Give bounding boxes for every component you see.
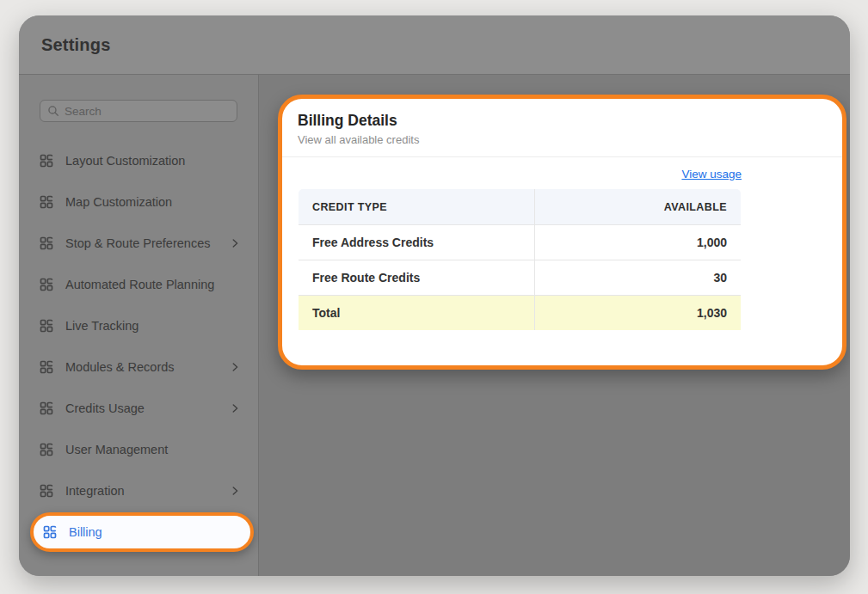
sidebar-item-user-management[interactable]: User Management [19, 429, 258, 470]
sidebar-item-layout-customization[interactable]: Layout Customization [19, 140, 258, 181]
available-cell: 30 [535, 260, 742, 296]
sidebar-item-label: Stop & Route Preferences [65, 236, 210, 250]
sidebar-item-label: Integration [65, 484, 125, 498]
sidebar-item-billing[interactable]: Billing [30, 512, 254, 552]
sidebar-item-credits-usage[interactable]: Credits Usage [19, 388, 258, 429]
sidebar-item-automated-route-planning[interactable]: Automated Route Planning [19, 264, 258, 305]
sidebar-item-label: Live Tracking [65, 319, 139, 333]
credit-type-cell: Free Address Credits [299, 225, 535, 260]
table-row: Free Route Credits 30 [299, 260, 742, 296]
sidebar-item-stop-route-preferences[interactable]: Stop & Route Preferences [19, 223, 258, 264]
available-cell: 1,000 [535, 225, 742, 260]
billing-details-title: Billing Details [298, 112, 825, 130]
grid-icon [40, 195, 53, 209]
available-header: AVAILABLE [535, 189, 742, 225]
table-row: Free Address Credits 1,000 [299, 225, 742, 260]
grid-icon [43, 525, 57, 539]
sidebar-item-live-tracking[interactable]: Live Tracking [19, 305, 258, 346]
sidebar-item-label: Map Customization [65, 195, 172, 209]
table-total-row: Total 1,030 [299, 296, 742, 331]
sidebar-item-modules-records[interactable]: Modules & Records [19, 346, 258, 388]
sidebar-item-label: User Management [65, 443, 168, 456]
chevron-right-icon [229, 485, 241, 497]
sidebar-item-map-customization[interactable]: Map Customization [19, 181, 258, 223]
sidebar-search[interactable] [40, 100, 237, 122]
chevron-right-icon [229, 361, 241, 373]
grid-icon [40, 401, 53, 415]
grid-icon [40, 236, 53, 250]
credit-type-cell: Free Route Credits [299, 260, 535, 296]
settings-header: Settings [19, 15, 850, 75]
search-input[interactable] [65, 105, 230, 118]
credit-type-header: CREDIT TYPE [299, 189, 535, 225]
sidebar-item-label: Modules & Records [65, 360, 175, 374]
settings-window: Settings Layout Customization Map Custom… [19, 15, 850, 576]
total-value-cell: 1,030 [535, 296, 742, 331]
grid-icon [40, 484, 53, 498]
total-label-cell: Total [299, 296, 535, 331]
billing-details-panel: Billing Details View all available credi… [278, 95, 846, 370]
settings-sidebar: Layout Customization Map Customization S… [19, 75, 259, 576]
search-icon [47, 105, 59, 117]
sidebar-nav: Layout Customization Map Customization S… [19, 140, 258, 552]
sidebar-item-integration[interactable]: Integration [19, 470, 258, 511]
sidebar-item-label: Billing [69, 525, 102, 539]
grid-icon [40, 443, 53, 456]
settings-main-area: Billing Details View all available credi… [259, 75, 850, 576]
sidebar-item-label: Layout Customization [65, 154, 185, 168]
page-title: Settings [41, 35, 111, 55]
credits-table-header-row: CREDIT TYPE AVAILABLE [299, 189, 742, 225]
chevron-right-icon [229, 402, 241, 414]
billing-panel-header: Billing Details View all available credi… [282, 99, 842, 157]
grid-icon [40, 360, 53, 374]
sidebar-item-label: Credits Usage [65, 401, 145, 415]
sidebar-item-label: Automated Route Planning [65, 278, 214, 291]
chevron-right-icon [229, 237, 241, 249]
grid-icon [40, 154, 53, 168]
billing-details-subtitle: View all available credits [298, 133, 825, 146]
grid-icon [40, 278, 53, 291]
credits-table: CREDIT TYPE AVAILABLE Free Address Credi… [298, 188, 742, 331]
grid-icon [40, 319, 53, 333]
view-usage-link[interactable]: View usage [681, 168, 742, 181]
